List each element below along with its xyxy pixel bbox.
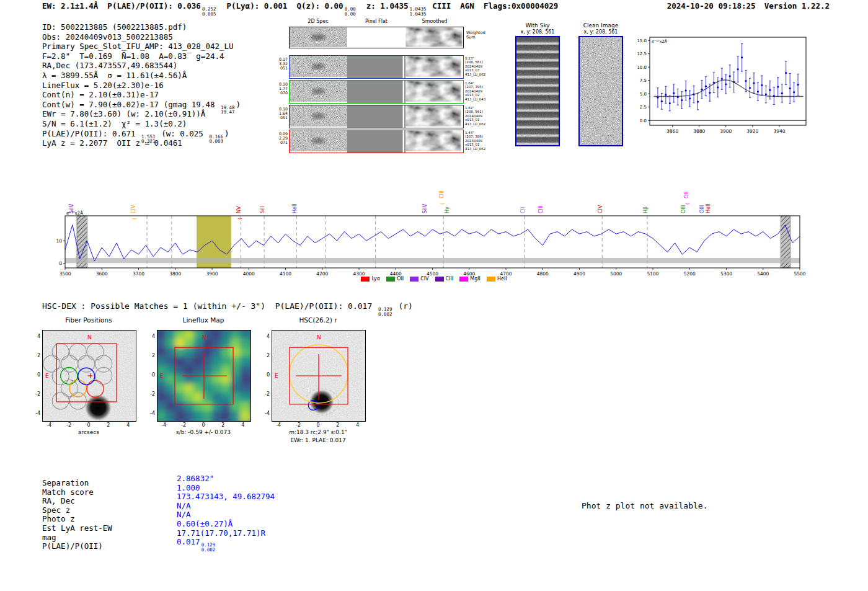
text-segment: z: 1.0435	[357, 1, 409, 11]
y-tick-label: 10.0	[637, 65, 647, 70]
panel-x-tick-label: -4	[158, 422, 169, 428]
y-tick-label: 10	[56, 238, 62, 244]
info-line: LineFlux = 5.20(±2.30)e-16	[42, 81, 241, 91]
catalog-match-table: Separation2.86832"Match score1.000RA, De…	[42, 479, 112, 551]
hi-lo-range: 1.04351.0435	[410, 7, 427, 16]
panel-y-tick-label: -4	[259, 411, 270, 416]
report-meta: 2024-10-20 09:18:25Version 1.22.2	[667, 1, 830, 11]
pixel-flat-image	[347, 56, 405, 78]
data-point	[705, 86, 707, 87]
text-segment: Cont(w) = 7.90(±0.02)e-17 (gmag 19.48	[42, 100, 219, 109]
fiber-weight-labels: 0.101.64051	[276, 107, 288, 120]
emission-line-label: SiIV	[69, 203, 74, 213]
data-point	[693, 93, 694, 95]
smoothed-image	[405, 56, 461, 77]
summary-header: EW: 2.1±1.4Å P(LAE)/P(OII): 0.0360.2520.…	[42, 1, 558, 16]
legend-swatch	[459, 277, 468, 282]
data-point	[685, 89, 687, 91]
data-point	[753, 82, 755, 84]
legend-swatch	[435, 277, 444, 282]
fiber-positions-title: Fiber Positions	[42, 316, 135, 324]
cutout-row: 0.101.770701.64"(207, 395)20240409v013_0…	[289, 80, 464, 104]
panel-y-tick-label: -2	[259, 391, 270, 397]
emission-line-label: CIV	[598, 205, 603, 213]
data-point	[673, 92, 675, 94]
lineflux-map-title: Lineflux Map	[157, 316, 250, 324]
panel-y-tick-label: 2	[259, 353, 270, 358]
data-point	[777, 86, 779, 87]
text-segment: LyA z = 2.2077 OII z = 0.0461	[42, 138, 182, 148]
match-table-row: Est LyA rest-EW0.60(±0.27)Å	[42, 524, 112, 533]
x-tick-label: 3900	[720, 128, 732, 134]
data-point	[789, 87, 791, 89]
north-label: N	[202, 334, 206, 340]
emission-line-label: CII	[520, 207, 526, 213]
panel-y-tick-label: 4	[259, 334, 270, 339]
match-table-row: Match score1.000	[42, 488, 112, 497]
panel-y-tick-label: 4	[144, 334, 155, 339]
y-tick-label: 7.5	[640, 78, 647, 83]
data-point	[669, 102, 671, 104]
fiber-weight-labels: 0.173.32051	[276, 57, 288, 70]
legend-label: CIV	[420, 276, 428, 282]
full-spectrum-plot: 3500360037003800390040004100420043004400…	[56, 175, 812, 293]
data-point	[741, 56, 743, 58]
x-tick-label: 3940	[773, 128, 785, 134]
east-label: E	[275, 373, 278, 379]
smoothed-image	[405, 105, 461, 127]
spectrum-line	[65, 225, 800, 261]
match-table-row: RA, Dec173.473143, 49.682794	[42, 497, 112, 506]
match-field-label: Match score	[42, 487, 94, 497]
data-point	[701, 89, 702, 91]
text-segment: (w: 0.025	[157, 129, 208, 138]
panel-y-tick-label: 2	[30, 353, 40, 358]
fiber-positions-xlabel: arcsecs	[42, 429, 135, 435]
timestamp: 2024-10-20 09:18:25	[667, 1, 756, 11]
data-point	[773, 95, 775, 97]
hsc-r-xlabel2: EWr: 1. PLAE: 0.017	[272, 437, 365, 443]
match-field-value: N/A	[177, 502, 191, 511]
fiber-cutout-rows: 0.173.320510.23"(208, 561)20240409v013_0…	[289, 55, 464, 154]
text-segment: EWr = 7.80(±3.60) (w: 2.10(±0.91))Å	[42, 109, 205, 118]
y-tick-label: 0	[59, 260, 62, 266]
doublet-brace: {	[685, 203, 690, 205]
data-point	[697, 101, 699, 103]
panel-x-tick-label: 4	[123, 422, 134, 428]
data-point	[713, 82, 715, 84]
hi-lo-range: 0.1290.002	[378, 307, 392, 316]
data-point	[749, 87, 751, 89]
info-line: S/N = 6.1(±1.2) χ² = 1.3(±0.2)	[42, 119, 241, 129]
emission-line-label: SiIV	[422, 203, 428, 213]
info-line: F=2.8" T=0.169 N̄=1.08 A=0.83̅ g=24.4	[42, 51, 241, 61]
panel-x-tick-label: 2	[218, 422, 229, 428]
east-label: E	[45, 373, 49, 379]
y-tick-label: 2.5	[640, 105, 647, 110]
data-point	[721, 78, 723, 80]
hsc-r-title: HSC(26.2) r	[272, 316, 365, 324]
match-field-label: mag	[42, 533, 56, 542]
legend-item: CIV	[410, 276, 428, 282]
match-field-label: P(LAE)/P(OII)	[42, 541, 103, 551]
panel-x-tick-label: 0	[83, 422, 94, 428]
emission-line-label: Hβ	[643, 207, 649, 213]
y-tick-label: 0.0	[640, 118, 647, 123]
match-table-row: mag17.71(17.70,17.71)R	[42, 533, 112, 543]
text-segment: F=2.8" T=0.169 N̄=1.08 A=0.83̅ g=24.4	[42, 51, 224, 61]
cutout-row: 0.092.290711.44"(207, 386)20240409v013_0…	[289, 130, 464, 153]
clean-image	[578, 36, 623, 146]
emission-line-label: OIII	[699, 205, 705, 213]
data-point	[661, 100, 663, 102]
emission-line-label: CIII	[439, 190, 445, 198]
data-point	[677, 96, 679, 98]
legend-item: Lyα	[361, 276, 380, 282]
data-point	[757, 91, 759, 92]
match-field-value: 0.0170.1290.002	[177, 538, 216, 552]
match-field-label: RA, Dec	[42, 496, 75, 505]
match-field-label: Est LyA rest-EW	[42, 523, 112, 533]
doublet-brace: {	[237, 218, 242, 220]
noise-band	[65, 258, 800, 263]
panel-y-tick-label: -4	[30, 411, 40, 416]
text-segment: λ = 3899.55Å σ = 11.61(±4.56)Å	[42, 71, 187, 80]
panel-y-tick-label: 4	[30, 334, 40, 339]
summed-2d-spec-row	[289, 27, 464, 48]
